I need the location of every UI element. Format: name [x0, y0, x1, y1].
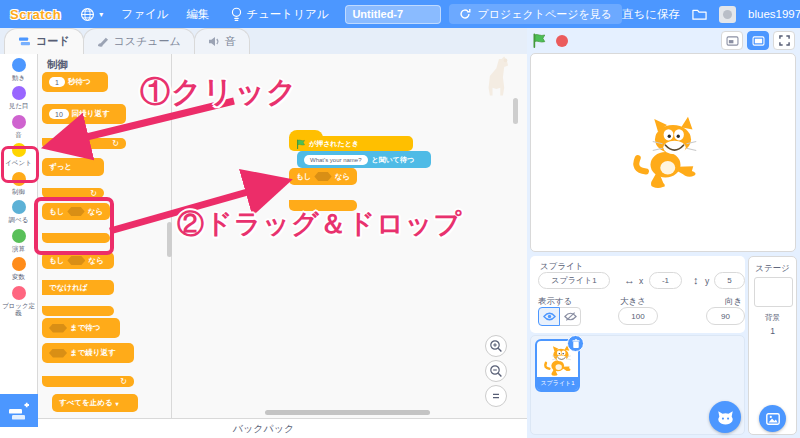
see-project-page-button[interactable]: プロジェクトページを見る — [449, 4, 622, 24]
fullscreen-button[interactable] — [773, 31, 795, 50]
add-extension-button[interactable] — [0, 394, 38, 427]
cat-sprite[interactable] — [631, 116, 706, 191]
tab-code-label: コード — [36, 34, 70, 49]
save-now-link[interactable]: 直ちに保存 — [622, 0, 680, 28]
script-area[interactable]: が押されたとき What's your name? と聞いて待つ もし なら — [172, 54, 527, 418]
block-repeat-label: 回繰り返す — [72, 109, 110, 119]
block-repeat[interactable]: 10 回繰り返す ↻ — [42, 104, 126, 149]
green-flag-icon — [296, 139, 306, 149]
hide-sprite-button[interactable] — [559, 307, 581, 326]
sensing-dot-icon — [12, 200, 26, 214]
script-ask-and-wait[interactable]: What's your name? と聞いて待つ — [297, 151, 431, 168]
block-wait[interactable]: 1 秒待つ — [42, 72, 108, 92]
menu-file[interactable]: ファイル — [112, 0, 177, 28]
folder-icon[interactable] — [692, 8, 707, 21]
add-sprite-button[interactable] — [709, 401, 741, 433]
boolean-slot[interactable] — [49, 349, 67, 358]
block-if[interactable]: もし なら — [42, 203, 110, 243]
language-menu[interactable]: ▾ — [71, 0, 112, 28]
category-motion[interactable]: 動き — [1, 58, 37, 81]
refresh-icon — [459, 8, 471, 20]
category-myblocks[interactable]: ブロック定義 — [1, 286, 37, 317]
scratch-logo[interactable]: Scratch — [10, 7, 61, 22]
add-sprite-cat-icon — [717, 410, 734, 425]
category-sound[interactable]: 音 — [1, 115, 37, 138]
script-when-flag-clicked[interactable]: が押されたとき — [289, 136, 413, 151]
tab-sounds[interactable]: 音 — [194, 28, 250, 54]
ask-question-input[interactable]: What's your name? — [304, 155, 368, 165]
stage[interactable] — [530, 53, 796, 252]
backdrop-thumbnail[interactable] — [754, 277, 793, 307]
x-position-input[interactable] — [649, 272, 682, 289]
account-menu[interactable]: blues1997 ▾ — [748, 0, 800, 28]
sound-dot-icon — [12, 115, 26, 129]
backpack-label: バックパック — [233, 422, 294, 436]
script-vertical-scrollbar[interactable] — [513, 98, 518, 124]
project-title-input[interactable] — [345, 5, 441, 24]
category-motion-label: 動き — [12, 74, 25, 81]
category-control-label: 制御 — [12, 188, 25, 195]
script-if-pre: もし — [296, 172, 311, 182]
block-ifelse-post: なら — [88, 256, 103, 266]
tab-costumes[interactable]: コスチューム — [83, 28, 195, 54]
zoom-out-button[interactable] — [485, 360, 507, 382]
size-input[interactable] — [618, 307, 658, 325]
script-if-block[interactable]: もし なら — [289, 168, 357, 211]
menu-edit[interactable]: 編集 — [177, 0, 218, 28]
wait-value[interactable]: 1 — [49, 77, 65, 87]
sprite-card-selected[interactable]: スプライト1 — [535, 339, 580, 392]
green-flag-button[interactable] — [532, 33, 547, 48]
y-position-input[interactable] — [714, 272, 745, 289]
category-sensing-label: 調べる — [9, 216, 29, 223]
block-stop-all-label: すべてを止める — [59, 398, 113, 408]
category-sensing[interactable]: 調べる — [1, 200, 37, 223]
globe-icon — [80, 7, 95, 22]
category-operators[interactable]: 演算 — [1, 229, 37, 252]
block-stop-all[interactable]: すべてを止める ▾ — [52, 394, 138, 412]
script-if-post: なら — [335, 172, 350, 182]
boolean-slot[interactable] — [67, 256, 85, 265]
direction-input[interactable] — [706, 307, 745, 325]
tab-code[interactable]: コード — [4, 28, 84, 54]
menu-tutorials-label: チュートリアル — [246, 7, 328, 22]
lightbulb-icon — [231, 7, 242, 22]
category-control[interactable]: 制御 — [1, 172, 37, 195]
block-wait-until[interactable]: まで待つ — [42, 318, 120, 338]
repeat-value[interactable]: 10 — [49, 109, 69, 119]
block-if-else[interactable]: もし なら でなければ — [42, 252, 114, 316]
user-avatar[interactable] — [719, 6, 736, 23]
delete-sprite-button[interactable] — [567, 335, 584, 352]
show-sprite-button[interactable] — [538, 307, 560, 326]
looks-dot-icon — [12, 86, 26, 100]
block-wait-label: 秒待つ — [68, 77, 91, 87]
ask-block-label: と聞いて待つ — [372, 155, 415, 165]
backdrops-label: 背景 — [749, 313, 796, 323]
category-sound-label: 音 — [15, 131, 22, 138]
zoom-in-button[interactable] — [485, 335, 507, 357]
palette-scrollbar[interactable] — [167, 222, 172, 257]
menu-tutorials[interactable]: チュートリアル — [222, 0, 337, 28]
stop-button[interactable] — [556, 35, 568, 47]
category-looks[interactable]: 見た目 — [1, 86, 37, 109]
block-palette: 制御 1 秒待つ 10 回繰り返す ↻ ずっと ↻ もし なら — [38, 54, 172, 418]
block-forever[interactable]: ずっと ↻ — [42, 158, 104, 198]
variables-dot-icon — [12, 257, 26, 271]
small-stage-button[interactable] — [721, 31, 743, 50]
block-repeat-until[interactable]: まで繰り返す ↻ — [42, 343, 134, 387]
boolean-slot[interactable] — [314, 172, 331, 181]
editor-tabs: コード コスチューム 音 — [0, 28, 527, 54]
add-backdrop-button[interactable] — [759, 405, 786, 432]
dropdown-caret-icon[interactable]: ▾ — [116, 400, 119, 407]
large-stage-button[interactable] — [747, 31, 769, 50]
category-variables[interactable]: 変数 — [1, 257, 37, 280]
boolean-slot[interactable] — [49, 324, 67, 333]
backpack-bar[interactable]: バックパック — [0, 418, 527, 438]
boolean-slot[interactable] — [67, 207, 84, 216]
category-events[interactable]: イベント — [1, 143, 37, 166]
zoom-reset-button[interactable] — [485, 385, 507, 407]
sprite-name-input[interactable] — [538, 272, 610, 289]
loop-arrow-icon: ↻ — [120, 377, 127, 386]
category-myblocks-label: ブロック定義 — [2, 302, 36, 317]
stage-selector-panel[interactable]: ステージ 背景 1 — [748, 256, 797, 435]
script-horizontal-scrollbar[interactable] — [265, 410, 430, 415]
